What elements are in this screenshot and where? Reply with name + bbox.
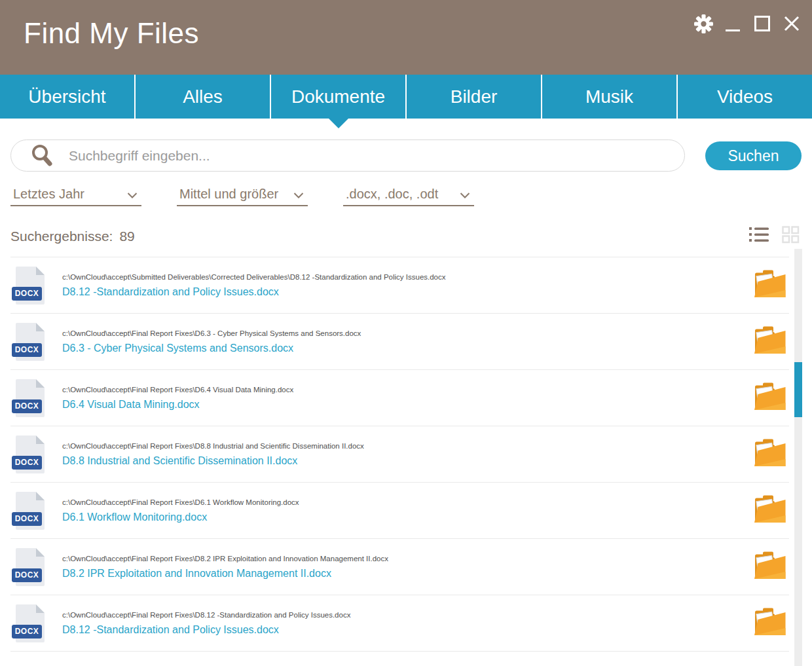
folder-icon [753,551,787,583]
minimize-icon [725,14,741,36]
scrollbar-thumb[interactable] [794,362,802,417]
result-texts: c:\OwnCloud\accept\Submitted Deliverable… [62,273,753,298]
tab-musik[interactable]: Musik [541,75,676,119]
folder-icon [753,608,787,639]
search-section: Suchen [10,139,802,172]
list-view-button[interactable] [749,226,769,246]
date-filter-dropdown[interactable]: Letztes Jahr [10,185,141,206]
file-name-link[interactable]: D8.12 -Standardization and Policy Issues… [62,286,753,298]
result-row[interactable]: DOCX c:\OwnCloud\accept\Final Report Fix… [10,595,789,652]
search-input[interactable] [69,148,606,164]
open-folder-button[interactable] [753,608,787,639]
result-texts: c:\OwnCloud\accept\Final Report Fixes\D6… [62,329,753,354]
result-row[interactable]: DOCX c:\OwnCloud\accept\Final Report Fix… [10,539,789,595]
docx-badge: DOCX [12,456,42,470]
gear-icon [693,14,714,37]
file-name-link[interactable]: D6.4 Visual Data Mining.docx [62,399,753,411]
filetype-filter-value: .docx, .doc, .odt [346,187,438,202]
result-row[interactable]: DOCX c:\OwnCloud\accept\Final Report Fix… [10,370,789,426]
results-count: 89 [119,229,134,244]
tab-bilder[interactable]: Bilder [405,75,541,119]
grid-view-button[interactable] [782,226,800,246]
docx-file-icon: DOCX [12,435,45,473]
open-folder-button[interactable] [753,495,787,527]
maximize-button[interactable] [752,14,772,35]
file-path: c:\OwnCloud\accept\Final Report Fixes\D8… [62,555,753,563]
results-count-label: Suchergebnisse:89 [10,229,135,244]
docx-badge: DOCX [12,399,42,413]
results-header: Suchergebnisse:89 [10,226,800,246]
file-path: c:\OwnCloud\accept\Submitted Deliverable… [62,273,753,281]
open-folder-button[interactable] [753,439,787,470]
result-row[interactable]: DOCX c:\OwnCloud\accept\Final Report Fix… [10,483,789,539]
folder-icon [753,495,787,527]
result-texts: c:\OwnCloud\accept\Final Report Fixes\D6… [62,498,753,523]
file-name-link[interactable]: D8.12 -Standardization and Policy Issues… [62,624,753,636]
docx-file-icon: DOCX [12,604,45,642]
size-filter-value: Mittel und größer [179,187,278,202]
tab-uebersicht[interactable]: Übersicht [0,75,134,119]
size-filter-dropdown[interactable]: Mittel und größer [177,185,308,206]
grid-view-icon [782,226,800,246]
date-filter-value: Letztes Jahr [13,187,84,202]
results-label-text: Suchergebnisse: [10,229,113,244]
tab-label: Musik [585,86,633,107]
open-folder-button[interactable] [753,551,787,583]
search-button[interactable]: Suchen [705,141,802,170]
folder-icon [753,326,787,358]
docx-file-icon: DOCX [12,548,45,586]
docx-badge: DOCX [12,343,42,357]
tab-dokumente[interactable]: Dokumente [270,75,405,119]
file-path: c:\OwnCloud\accept\Final Report Fixes\D8… [62,442,753,450]
folder-icon [753,439,787,470]
docx-badge: DOCX [12,568,42,582]
docx-file-icon: DOCX [12,379,45,417]
tab-alles[interactable]: Alles [134,75,270,119]
maximize-icon [754,15,771,35]
filetype-filter-dropdown[interactable]: .docx, .doc, .odt [343,185,474,206]
docx-file-icon: DOCX [12,323,45,361]
minimize-button[interactable] [723,14,743,35]
results-list: DOCX c:\OwnCloud\accept\Submitted Delive… [10,257,789,652]
file-name-link[interactable]: D6.3 - Cyber Physical Systems and Sensor… [62,342,753,354]
file-name-link[interactable]: D8.2 IPR Exploitation and Innovation Man… [62,568,753,580]
title-bar: Find My Files [0,0,812,75]
chevron-down-icon [127,187,138,202]
result-texts: c:\OwnCloud\accept\Final Report Fixes\D6… [62,386,753,411]
open-folder-button[interactable] [753,382,787,414]
docx-file-icon: DOCX [12,492,45,530]
file-path: c:\OwnCloud\accept\Final Report Fixes\D6… [62,386,753,394]
file-path: c:\OwnCloud\accept\Final Report Fixes\D6… [62,498,753,506]
window-controls [693,13,802,37]
file-name-link[interactable]: D8.8 Industrial and Scientific Dissemina… [62,455,753,467]
folder-icon [753,270,787,301]
open-folder-button[interactable] [753,326,787,358]
close-button[interactable] [782,14,802,35]
close-icon [783,15,800,35]
tab-label: Übersicht [28,86,105,107]
docx-badge: DOCX [12,625,42,638]
tab-bar: Übersicht Alles Dokumente Bilder Musik V… [0,75,812,119]
tab-videos[interactable]: Videos [676,75,812,119]
result-row[interactable]: DOCX c:\OwnCloud\accept\Submitted Delive… [10,257,789,314]
find-my-files-window: Find My Files [0,0,812,666]
tab-label: Bilder [451,86,498,107]
tab-label: Dokumente [291,86,385,107]
file-path: c:\OwnCloud\accept\Final Report Fixes\D8… [62,611,753,619]
scrollbar-track[interactable] [794,249,802,666]
chevron-down-icon [293,187,304,202]
result-texts: c:\OwnCloud\accept\Final Report Fixes\D8… [62,555,753,580]
result-row[interactable]: DOCX c:\OwnCloud\accept\Final Report Fix… [10,426,789,483]
settings-button[interactable] [693,14,713,35]
docx-badge: DOCX [12,287,42,301]
folder-icon [753,382,787,414]
open-folder-button[interactable] [753,270,787,301]
docx-file-icon: DOCX [12,267,45,305]
search-box [10,139,685,172]
file-name-link[interactable]: D6.1 Workflow Monitoring.docx [62,511,753,523]
docx-badge: DOCX [12,512,42,526]
tab-label: Alles [183,86,223,107]
result-texts: c:\OwnCloud\accept\Final Report Fixes\D8… [62,611,753,636]
file-path: c:\OwnCloud\accept\Final Report Fixes\D6… [62,329,753,337]
result-row[interactable]: DOCX c:\OwnCloud\accept\Final Report Fix… [10,314,789,370]
